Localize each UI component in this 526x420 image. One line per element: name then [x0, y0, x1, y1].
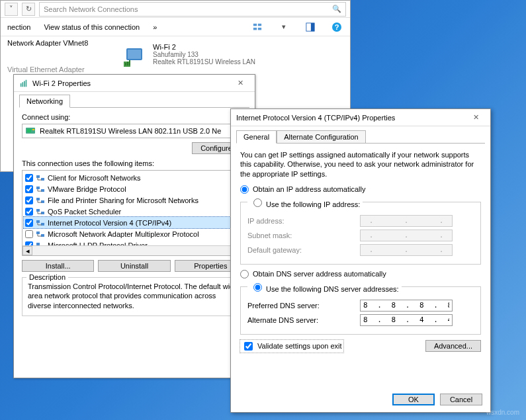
svg-rect-1: [258, 23, 261, 26]
watermark: wsxdn.com: [486, 409, 519, 416]
obtain-dns-auto-label: Obtain DNS server address automatically: [253, 270, 386, 278]
ok-button[interactable]: OK: [392, 394, 435, 405]
validate-checkbox[interactable]: [244, 342, 253, 351]
item-label: File and Printer Sharing for Microsoft N…: [48, 196, 198, 204]
svg-rect-17: [26, 79, 27, 87]
tab-general[interactable]: General: [236, 130, 277, 144]
ipv4-properties-dialog: Internet Protocol Version 4 (TCP/IPv4) P…: [230, 108, 491, 413]
alt-dns-input[interactable]: [360, 314, 453, 326]
adapter-text: Wi-Fi 2 Sahufamily 133 Realtek RTL8191SU…: [153, 43, 255, 69]
svg-rect-19: [27, 129, 31, 132]
ipv4-dialog-title: Internet Protocol Version 4 (TCP/IPv4) P…: [236, 114, 395, 122]
details-pane-icon[interactable]: [304, 21, 317, 34]
static-ip-group: Use the following IP address: IP address…: [240, 196, 481, 265]
ipv4-dialog-buttons: OK Cancel: [392, 394, 482, 405]
svg-rect-14: [21, 83, 22, 87]
list-item[interactable]: VMware Bridge Protocol: [24, 183, 245, 194]
connect-using-label: Connect using:: [22, 113, 247, 121]
use-dns-radio[interactable]: [253, 283, 262, 292]
validate-row[interactable]: Validate settings upon exit: [240, 340, 343, 353]
use-ip-radio[interactable]: [253, 198, 262, 207]
svg-rect-12: [127, 62, 128, 65]
item-checkbox[interactable]: [25, 185, 33, 193]
subnet-input: [360, 230, 453, 241]
horizontal-scrollbar[interactable]: ◂ ▸: [22, 245, 246, 255]
obtain-dns-auto-row[interactable]: Obtain DNS server address automatically: [240, 270, 481, 278]
tab-networking[interactable]: Networking: [19, 95, 70, 108]
ip-address-input: [360, 215, 453, 227]
scroll-left-button[interactable]: ◂: [22, 246, 32, 255]
item-checkbox[interactable]: [25, 174, 33, 182]
list-item[interactable]: Internet Protocol Version 4 (TCP/IPv4): [24, 217, 245, 228]
dialog-title: Wi-Fi 2 Properties: [32, 79, 91, 87]
svg-rect-23: [36, 187, 40, 189]
svg-rect-20: [32, 129, 34, 130]
ipv4-tab-row: General Alternate Configuration: [236, 130, 485, 144]
scroll-track[interactable]: [32, 246, 236, 255]
uninstall-button[interactable]: Uninstall: [98, 260, 170, 272]
svg-rect-16: [24, 81, 25, 87]
use-dns-label: Use the following DNS server addresses:: [266, 285, 399, 293]
protocol-icon: [36, 230, 45, 238]
svg-rect-15: [22, 82, 23, 87]
group-icon[interactable]: ▾: [277, 21, 290, 34]
svg-rect-11: [125, 63, 126, 65]
dropdown-button[interactable]: ˅: [5, 3, 18, 16]
items-label: This connection uses the following items…: [22, 159, 247, 167]
connection-link[interactable]: nection: [7, 23, 30, 31]
list-item[interactable]: QoS Packet Scheduler: [24, 206, 245, 217]
wifi-adapter-item[interactable]: Wi-Fi 2 Sahufamily 133 Realtek RTL8191SU…: [121, 43, 255, 69]
view-icon[interactable]: [251, 21, 264, 34]
subnet-label: Subnet mask:: [247, 231, 353, 239]
item-label: Client for Microsoft Networks: [48, 174, 141, 182]
obtain-dns-auto-radio[interactable]: [240, 270, 249, 278]
svg-rect-31: [36, 231, 40, 234]
svg-rect-0: [253, 23, 257, 26]
pref-dns-input[interactable]: [360, 300, 453, 312]
item-checkbox[interactable]: [25, 219, 33, 227]
svg-rect-5: [311, 22, 314, 30]
refresh-button[interactable]: ↻: [22, 3, 35, 16]
intro-text: You can get IP settings assigned automat…: [240, 150, 481, 179]
svg-rect-2: [253, 27, 257, 30]
protocol-icon: [36, 174, 45, 182]
wifi-device: Realtek RTL8191SU Wireless LAN: [153, 58, 255, 65]
advanced-button[interactable]: Advanced...: [425, 340, 481, 352]
search-box[interactable]: Search Network Connections 🔍: [39, 2, 346, 17]
address-toolbar: ˅ ↻ Search Network Connections 🔍: [1, 1, 350, 18]
list-item[interactable]: Microsoft Network Adapter Multiplexor Pr…: [24, 228, 245, 239]
item-checkbox[interactable]: [25, 208, 33, 216]
use-ip-row[interactable]: Use the following IP address:: [247, 196, 363, 208]
svg-rect-33: [36, 243, 40, 245]
view-status-link[interactable]: View status of this connection: [44, 23, 140, 31]
item-checkbox[interactable]: [25, 230, 33, 238]
adapter-card-icon: [25, 126, 36, 136]
list-item[interactable]: Client for Microsoft Networks: [24, 172, 245, 183]
cancel-button[interactable]: Cancel: [440, 394, 482, 405]
svg-rect-25: [36, 198, 40, 200]
chevron-right-icon: »: [153, 23, 157, 31]
use-dns-row[interactable]: Use the following DNS server addresses:: [247, 281, 402, 293]
item-checkbox[interactable]: [25, 196, 33, 204]
wifi-properties-dialog: Wi-Fi 2 Properties ✕ Networking Connect …: [13, 74, 255, 378]
tab-alternate-config[interactable]: Alternate Configuration: [277, 130, 366, 144]
ipv4-close-button[interactable]: ✕: [466, 111, 485, 124]
dns-group: Use the following DNS server addresses: …: [240, 281, 481, 335]
help-icon[interactable]: ?: [330, 21, 343, 34]
install-button[interactable]: Install...: [22, 260, 94, 272]
list-item[interactable]: File and Printer Sharing for Microsoft N…: [24, 194, 245, 206]
tab-row: Networking: [19, 95, 249, 108]
protocol-icon: [36, 185, 45, 193]
close-button[interactable]: ✕: [231, 77, 249, 90]
search-icon: 🔍: [332, 5, 341, 13]
item-label: Microsoft Network Adapter Multiplexor Pr…: [48, 230, 199, 238]
obtain-ip-auto-row[interactable]: Obtain an IP address automatically: [240, 185, 481, 194]
protocol-icon: [36, 219, 45, 227]
items-listbox[interactable]: Client for Microsoft NetworksVMware Brid…: [22, 170, 247, 256]
ipv4-titlebar: Internet Protocol Version 4 (TCP/IPv4) P…: [231, 109, 490, 126]
command-toolbar: nection View status of this connection »…: [1, 18, 350, 36]
network-icon: [19, 79, 28, 88]
gateway-label: Default gateway:: [247, 246, 353, 254]
obtain-ip-auto-radio[interactable]: [240, 185, 249, 194]
svg-text:?: ?: [335, 23, 339, 31]
